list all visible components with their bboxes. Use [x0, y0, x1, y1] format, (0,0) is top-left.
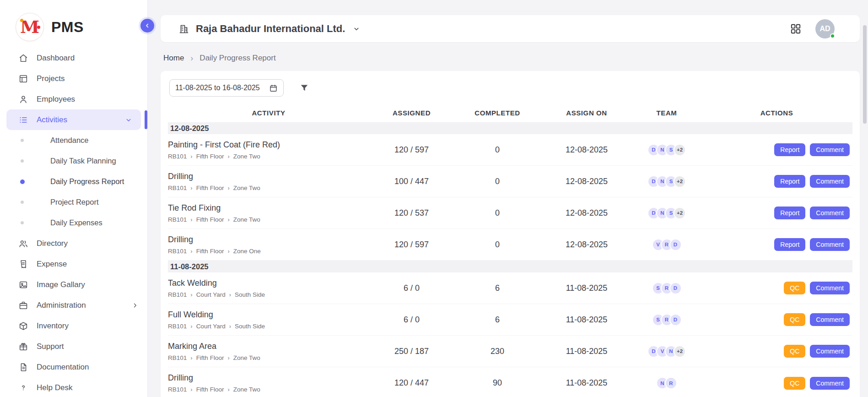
breadcrumb: Home Daily Progress Report: [163, 51, 860, 65]
report-button[interactable]: Report: [774, 238, 805, 251]
chevron-right-icon: [227, 216, 229, 223]
table-row: Drilling RB101 Fifth Floor Zone One 120 …: [168, 229, 852, 261]
chevron-right-icon: [227, 386, 229, 393]
report-button[interactable]: Report: [774, 143, 805, 156]
team-avatars: S R D: [632, 314, 701, 326]
apps-grid-icon[interactable]: [790, 23, 802, 35]
sidebar-item-employees[interactable]: Employees: [0, 89, 147, 109]
location-segment: Fifth Floor: [196, 248, 224, 255]
table-row: Tack Welding RB101 Court Yard South Side…: [168, 272, 852, 304]
qc-button[interactable]: QC: [784, 282, 805, 294]
team-avatar-more[interactable]: +2: [674, 345, 686, 358]
sidebar-subitem-attendance[interactable]: Attendance: [0, 130, 147, 151]
location-segment: RB101: [168, 323, 187, 330]
report-button[interactable]: Report: [774, 207, 805, 219]
sidebar-item-label: Directory: [37, 239, 68, 248]
team-avatar-more[interactable]: +2: [674, 207, 686, 219]
location-segment: RB101: [168, 248, 187, 255]
team-avatar-more[interactable]: +2: [674, 144, 686, 156]
activity-title: Drilling: [168, 235, 369, 245]
user-avatar[interactable]: AD: [815, 19, 835, 38]
team-avatar: R: [665, 377, 677, 389]
assign-on-date: 11-08-2025: [541, 283, 632, 293]
assigned-value: 250 / 187: [369, 347, 454, 356]
column-header-assign-on: Assign On: [541, 109, 632, 117]
image-icon: [18, 280, 28, 290]
app-root: M PMS Dashboard Projects Employees Activ…: [0, 0, 868, 397]
table-row: Drilling RB101 Fifth Floor Zone Two 120 …: [168, 367, 852, 397]
sidebar-item-support[interactable]: Support: [0, 336, 147, 357]
completed-value: 90: [454, 378, 541, 388]
sidebar-item-activities[interactable]: Activities: [6, 109, 141, 130]
location-segment: South Side: [235, 323, 265, 330]
bullet-icon: [21, 201, 24, 204]
report-button[interactable]: Report: [774, 175, 805, 188]
sidebar-subitem-daily-progress-report[interactable]: Daily Progress Report: [0, 171, 147, 192]
location-segment: RB101: [168, 386, 187, 393]
chevron-right-icon: [227, 354, 229, 361]
sidebar-item-administration[interactable]: Administration: [0, 295, 147, 315]
activity-location: RB101 Fifth Floor Zone Two: [168, 354, 369, 361]
breadcrumb-home-link[interactable]: Home: [163, 54, 184, 63]
assign-on-date: 11-08-2025: [541, 315, 632, 325]
location-segment: RB101: [168, 354, 187, 361]
location-segment: Court Yard: [196, 323, 226, 330]
building-icon: [178, 23, 189, 34]
team-avatars: V R D: [632, 239, 701, 251]
sidebar-item-help-desk[interactable]: Help Desk: [0, 377, 147, 397]
table-row: Full Welding RB101 Court Yard South Side…: [168, 304, 852, 336]
assign-on-date: 12-08-2025: [541, 208, 632, 218]
comment-button[interactable]: Comment: [810, 238, 850, 251]
sidebar-item-image-gallary[interactable]: Image Gallary: [0, 274, 147, 295]
sidebar-item-label: Support: [37, 342, 64, 351]
sidebar-item-label: Help Desk: [37, 383, 72, 392]
date-range-picker[interactable]: 11-08-2025 to 16-08-2025: [169, 79, 284, 97]
team-avatars: D V N +2: [632, 345, 701, 358]
assign-on-date: 12-08-2025: [541, 240, 632, 250]
date-range-value: 11-08-2025 to 16-08-2025: [175, 84, 260, 92]
sidebar-item-directory[interactable]: Directory: [0, 233, 147, 254]
sidebar-item-expense[interactable]: Expense: [0, 254, 147, 274]
filter-toolbar: 11-08-2025 to 16-08-2025: [168, 78, 852, 103]
sidebar-subitem-daily-task-planning[interactable]: Daily Task Planning: [0, 151, 147, 171]
pms-logo-icon: M: [16, 13, 44, 41]
assign-on-date: 11-08-2025: [541, 347, 632, 356]
company-selector[interactable]: Raja Bahadur International Ltd.: [178, 23, 361, 35]
comment-button[interactable]: Comment: [810, 345, 850, 358]
comment-button[interactable]: Comment: [810, 313, 850, 326]
filter-funnel-icon[interactable]: [299, 83, 309, 93]
table-row: Drilling RB101 Fifth Floor Zone Two 100 …: [168, 166, 852, 197]
comment-button[interactable]: Comment: [810, 207, 850, 219]
assigned-value: 6 / 0: [369, 315, 454, 325]
team-avatars: D N S +2: [632, 144, 701, 156]
comment-button[interactable]: Comment: [810, 282, 850, 294]
qc-button[interactable]: QC: [784, 313, 805, 326]
gift-icon: [18, 342, 28, 352]
comment-button[interactable]: Comment: [810, 175, 850, 188]
sidebar-item-projects[interactable]: Projects: [0, 68, 147, 89]
sidebar-item-documentation[interactable]: Documentation: [0, 357, 147, 377]
sidebar-subitem-daily-expenses[interactable]: Daily Expenses: [0, 212, 147, 233]
chevron-right-icon: [190, 291, 192, 298]
comment-button[interactable]: Comment: [810, 143, 850, 156]
team-avatar-more[interactable]: +2: [674, 175, 686, 188]
app-title: PMS: [51, 19, 84, 36]
location-segment: South Side: [235, 291, 265, 298]
sidebar-collapse-button[interactable]: [140, 19, 154, 33]
sidebar-subitem-project-report[interactable]: Project Report: [0, 192, 147, 212]
sidebar-item-label: Employees: [37, 95, 75, 104]
comment-button[interactable]: Comment: [810, 377, 850, 390]
vertical-scrollbar[interactable]: [863, 25, 867, 124]
assigned-value: 120 / 597: [369, 145, 454, 155]
qc-button[interactable]: QC: [784, 377, 805, 390]
qc-button[interactable]: QC: [784, 345, 805, 358]
team-avatars: N R: [632, 377, 701, 389]
sidebar-item-dashboard[interactable]: Dashboard: [0, 48, 147, 68]
assign-on-date: 12-08-2025: [541, 177, 632, 186]
completed-value: 6: [454, 283, 541, 293]
table-header-row: Activity Assigned Completed Assign On Te…: [168, 103, 852, 122]
column-header-assigned: Assigned: [369, 109, 454, 117]
location-segment: Fifth Floor: [196, 354, 224, 361]
assign-on-date: 12-08-2025: [541, 145, 632, 155]
sidebar-item-inventory[interactable]: Inventory: [0, 315, 147, 336]
